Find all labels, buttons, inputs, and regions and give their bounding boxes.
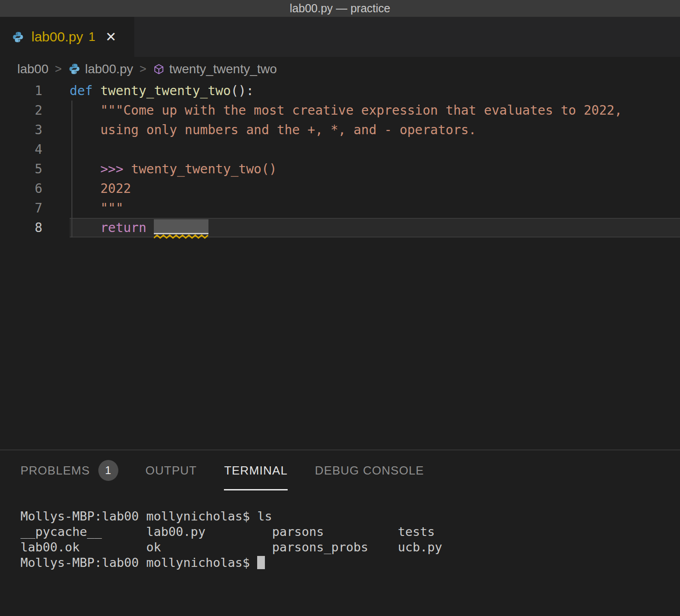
chevron-right-icon: > (55, 62, 62, 76)
tab-label: lab00.py (31, 29, 83, 45)
panel-tab-output[interactable]: OUTPUT (146, 450, 197, 490)
line-body[interactable]: >>> twenty_twenty_two() (70, 159, 680, 179)
code-line[interactable]: 8 return (0, 218, 680, 237)
panel-tab-bar: PROBLEMS1OUTPUTTERMINALDEBUG CONSOLE (0, 450, 680, 490)
code-editor[interactable]: 1def twenty_twenty_two():2 """Come up wi… (0, 81, 680, 449)
code-token (70, 122, 100, 137)
code-token: twenty_twenty_two (100, 83, 231, 98)
breadcrumb-label: lab00 (17, 62, 49, 76)
breadcrumb-item-lab00-py[interactable]: lab00.py (68, 62, 133, 76)
code-token: def (70, 83, 93, 98)
tab-problem-count: 1 (88, 30, 95, 44)
line-number[interactable]: 5 (0, 159, 42, 179)
window-title: lab00.py — practice (290, 2, 391, 15)
code-token (93, 83, 101, 98)
problems-count-badge: 1 (98, 460, 118, 481)
code-line[interactable]: 3 using only numbers and the +, *, and -… (0, 120, 680, 140)
panel-tab-terminal[interactable]: TERMINAL (224, 450, 287, 490)
line-body[interactable]: 2022 (70, 179, 680, 198)
code-token: (): (231, 83, 254, 98)
line-number[interactable]: 3 (0, 120, 42, 140)
code-token: """ (100, 201, 123, 216)
code-token (70, 181, 100, 196)
panel-tab-problems[interactable]: PROBLEMS1 (20, 450, 118, 490)
warning-squiggle-icon (154, 234, 208, 239)
code-token (70, 220, 100, 235)
line-number[interactable]: 7 (0, 198, 42, 218)
breadcrumb-label: twenty_twenty_two (169, 62, 277, 76)
code-token: """Come up with the most creative expres… (100, 103, 622, 118)
code-line[interactable]: 6 2022 (0, 179, 680, 198)
code-line[interactable]: 7 """ (0, 198, 680, 218)
code-line[interactable]: 4 (0, 140, 680, 159)
indent-guide (71, 101, 72, 237)
terminal-line: lab00.ok ok parsons_probs ucb.py (20, 540, 442, 554)
panel-tab-label: TERMINAL (224, 464, 287, 478)
code-token: 2022 (100, 181, 131, 196)
python-icon (12, 31, 24, 43)
chevron-right-icon: > (140, 62, 147, 76)
line-number[interactable]: 8 (0, 218, 42, 237)
terminal-output[interactable]: Mollys-MBP:lab00 mollynicholas$ ls __pyc… (0, 490, 680, 571)
breadcrumb-label: lab00.py (85, 62, 133, 76)
code-token: >>> (100, 162, 131, 177)
line-body[interactable]: """Come up with the most creative expres… (70, 101, 680, 120)
line-body[interactable]: return (70, 218, 680, 237)
bottom-panel: PROBLEMS1OUTPUTTERMINALDEBUG CONSOLE Mol… (0, 449, 680, 571)
warning-highlight-box (154, 219, 208, 234)
code-line[interactable]: 1def twenty_twenty_two(): (0, 81, 680, 101)
code-token (70, 201, 100, 216)
panel-tab-debug-console[interactable]: DEBUG CONSOLE (315, 450, 424, 490)
code-token: return (100, 220, 154, 235)
line-number[interactable]: 1 (0, 81, 42, 101)
code-token (70, 103, 100, 118)
breadcrumb-item-symbol[interactable]: twenty_twenty_two (153, 62, 277, 76)
breadcrumb: lab00 > lab00.py > twenty_twenty_two (0, 57, 680, 81)
line-body[interactable] (70, 140, 680, 159)
window-titlebar: lab00.py — practice (0, 0, 680, 17)
line-number[interactable]: 6 (0, 179, 42, 198)
code-token: twenty_twenty_two() (131, 162, 277, 177)
code-line[interactable]: 2 """Come up with the most creative expr… (0, 101, 680, 120)
panel-tab-label: OUTPUT (146, 464, 197, 478)
tab-lab00-py[interactable]: lab00.py 1 ✕ (0, 17, 134, 57)
panel-tab-label: DEBUG CONSOLE (315, 464, 424, 478)
line-body[interactable]: using only numbers and the +, *, and - o… (70, 120, 680, 140)
line-body[interactable]: def twenty_twenty_two(): (70, 81, 680, 101)
terminal-line: __pycache__ lab00.py parsons tests (20, 525, 435, 539)
terminal-line: Mollys-MBP:lab00 mollynicholas$ (20, 555, 257, 570)
line-body[interactable]: """ (70, 198, 680, 218)
terminal-line: Mollys-MBP:lab00 mollynicholas$ ls (20, 509, 272, 523)
panel-tab-label: PROBLEMS (20, 464, 90, 478)
code-token (70, 162, 100, 177)
terminal-cursor (257, 556, 265, 569)
close-icon[interactable]: ✕ (105, 29, 116, 45)
code-line[interactable]: 5 >>> twenty_twenty_two() (0, 159, 680, 179)
breadcrumb-item-lab00[interactable]: lab00 (17, 62, 49, 76)
line-number[interactable]: 4 (0, 140, 42, 159)
code-lines: 1def twenty_twenty_two():2 """Come up wi… (0, 81, 680, 237)
editor-tab-bar: lab00.py 1 ✕ (0, 17, 680, 57)
python-icon (68, 63, 81, 75)
symbol-namespace-icon (153, 63, 165, 75)
line-number[interactable]: 2 (0, 101, 42, 120)
code-token: using only numbers and the +, *, and - o… (100, 122, 476, 137)
